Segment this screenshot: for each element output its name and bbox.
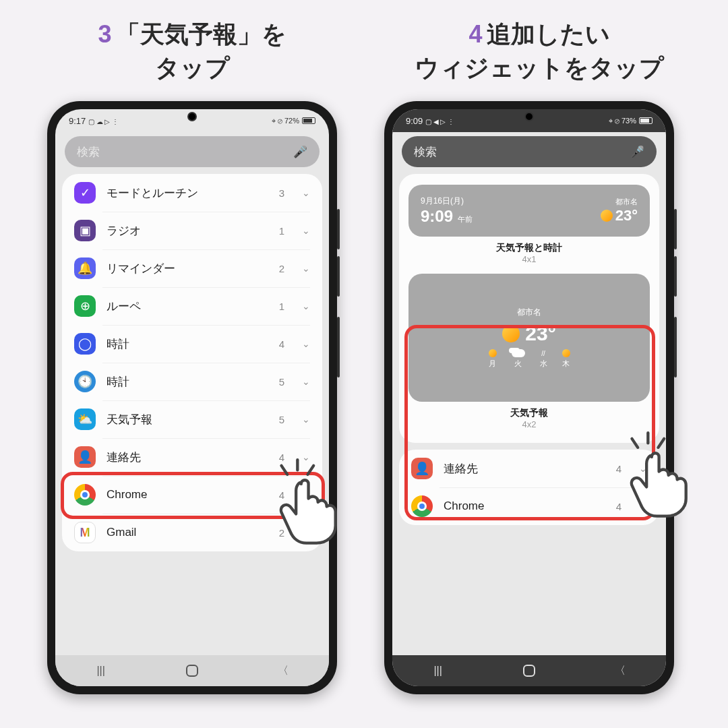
widget-count: 5 (279, 414, 284, 425)
list-item[interactable]: Chrome4⌄ (399, 487, 659, 525)
app-label: 時計 (107, 374, 268, 390)
app-label: Chrome (444, 499, 605, 513)
widget-count: 3 (279, 187, 284, 199)
app-icon: ✓ (74, 182, 96, 204)
app-label: 連絡先 (444, 461, 605, 477)
widget-count: 4 (616, 463, 621, 475)
nav-back[interactable]: 〈 (274, 661, 293, 680)
app-label: 天気予報 (107, 412, 268, 427)
front-camera (187, 112, 197, 121)
chevron-down-icon: ⌄ (639, 501, 647, 512)
widget-app-list-bottom: 👤連絡先4⌄Chrome4⌄ (399, 450, 659, 525)
widget-weather-preview[interactable]: 都市名 23° 月火水木 (408, 274, 650, 402)
list-item[interactable]: 🔔リマインダー2⌄ (62, 249, 322, 287)
chevron-down-icon: ⌄ (302, 187, 310, 198)
nav-recent[interactable]: ||| (429, 661, 448, 680)
widget-options: 9月16日(月) 9:09 午前 都市名 23° 天気予報と時計 4x1 都市名… (399, 174, 659, 443)
widget-count: 1 (279, 301, 284, 312)
widget-count: 5 (279, 376, 284, 388)
nav-recent[interactable]: ||| (92, 661, 111, 680)
search-placeholder: 検索 (77, 144, 100, 160)
chevron-down-icon: ⌄ (302, 527, 310, 538)
chevron-down-icon: ⌄ (302, 452, 310, 462)
widget-count: 4 (279, 489, 284, 501)
app-icon: 👤 (74, 446, 96, 468)
search-bar[interactable]: 検索 🎤 (65, 136, 320, 167)
widget-count: 1 (279, 225, 284, 237)
weather-sun-cloud-icon (502, 325, 520, 342)
chevron-down-icon: ⌄ (302, 225, 310, 236)
chevron-down-icon: ⌄ (302, 489, 310, 500)
nav-back[interactable]: 〈 (611, 661, 630, 680)
app-icon: 🕙 (74, 371, 96, 392)
widget2-title: 天気予報 (408, 407, 650, 419)
mic-icon[interactable]: 🎤 (293, 145, 307, 159)
widget-count: 2 (279, 263, 284, 274)
widget1-size: 4x1 (408, 254, 650, 264)
app-label: ルーペ (107, 299, 268, 314)
app-label: Chrome (107, 488, 268, 502)
gmail-icon: M (74, 522, 96, 543)
app-label: リマインダー (107, 261, 268, 276)
widget-count: 4 (279, 338, 284, 350)
forecast-day: 月 (489, 349, 497, 369)
list-item[interactable]: 👤連絡先4⌄ (399, 450, 659, 487)
list-item[interactable]: ▣ラジオ1⌄ (62, 212, 322, 249)
mic-icon[interactable]: 🎤 (630, 145, 644, 159)
app-icon: 👤 (411, 458, 433, 479)
list-item[interactable]: MGmail2⌄ (62, 514, 322, 551)
front-camera (524, 112, 534, 121)
list-item[interactable]: ⊕ルーペ1⌄ (62, 287, 322, 325)
step3-number: 3 (98, 20, 111, 48)
widget-count: 4 (279, 452, 284, 463)
list-item[interactable]: ⛅天気予報5⌄ (62, 400, 322, 438)
app-label: 時計 (107, 336, 268, 352)
nav-bar: ||| 〈 (392, 655, 666, 686)
chrome-icon (74, 484, 96, 506)
list-item[interactable]: 🕙時計5⌄ (62, 363, 322, 400)
chrome-icon (411, 495, 433, 517)
list-item[interactable]: 👤連絡先4⌄ (62, 438, 322, 476)
nav-bar: ||| 〈 (55, 655, 329, 686)
forecast-day: 木 (562, 349, 570, 369)
step3-title: 3「天気予報」を タップ (47, 18, 337, 86)
app-label: ラジオ (107, 223, 268, 239)
app-label: Gmail (107, 526, 268, 539)
phone-step3: 9:17 ▢ ☁ ▷ ⋮ ⌖ ⊘ 72% 検索 🎤 ✓モードとルーチン3⌄▣ラジ… (47, 101, 337, 694)
search-placeholder: 検索 (414, 144, 437, 160)
chevron-down-icon: ⌄ (302, 376, 310, 387)
app-label: 連絡先 (107, 450, 268, 465)
list-item[interactable]: ✓モードとルーチン3⌄ (62, 174, 322, 212)
forecast-day: 水 (540, 349, 547, 369)
nav-home[interactable] (520, 661, 539, 680)
app-icon: ⛅ (74, 408, 96, 430)
status-time: 9:09 (406, 116, 423, 126)
app-label: モードとルーチン (107, 185, 268, 201)
app-icon: ⊕ (74, 295, 96, 317)
battery-icon (302, 117, 315, 124)
step4-number: 4 (468, 20, 482, 48)
step4-title: 4追加したい ウィジェットをタップ (364, 18, 715, 86)
nav-home[interactable] (183, 661, 202, 680)
status-time: 9:17 (69, 116, 86, 126)
chevron-down-icon: ⌄ (639, 463, 647, 474)
weather-sun-cloud-icon (601, 210, 613, 222)
chevron-down-icon: ⌄ (302, 414, 310, 425)
widget-app-list: ✓モードとルーチン3⌄▣ラジオ1⌄🔔リマインダー2⌄⊕ルーペ1⌄◯時計4⌄🕙時計… (62, 174, 322, 551)
chevron-down-icon: ⌄ (302, 263, 310, 274)
chevron-down-icon: ⌄ (302, 338, 310, 349)
widget-weather-clock-preview[interactable]: 9月16日(月) 9:09 午前 都市名 23° (408, 185, 650, 237)
list-item[interactable]: Chrome4⌄ (62, 476, 322, 514)
forecast-day: 火 (512, 349, 525, 369)
phone-step4: 9:09 ▢ ◀ ▷ ⋮ ⌖ ⊘ 73% 検索 🎤 9月16日(月) 9:09 … (384, 101, 674, 694)
list-item[interactable]: ◯時計4⌄ (62, 325, 322, 363)
widget1-title: 天気予報と時計 (408, 242, 650, 254)
widget-count: 2 (279, 527, 284, 539)
forecast-row: 月火水木 (489, 349, 570, 369)
widget-count: 4 (616, 501, 621, 512)
widget2-size: 4x2 (408, 419, 650, 429)
app-icon: ◯ (74, 333, 96, 355)
chevron-down-icon: ⌄ (302, 301, 310, 311)
app-icon: ▣ (74, 220, 96, 241)
search-bar[interactable]: 検索 🎤 (402, 136, 657, 167)
